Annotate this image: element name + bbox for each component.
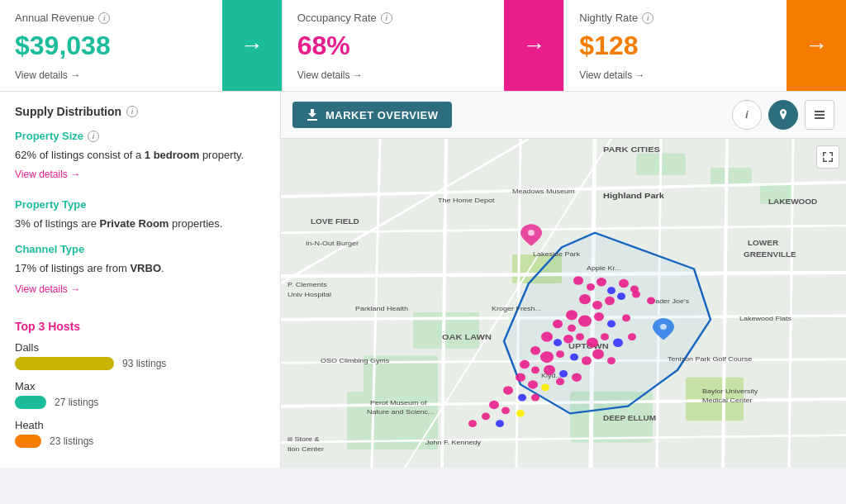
svg-point-112: [528, 230, 535, 235]
map-info-button[interactable]: i: [732, 100, 762, 130]
nightly-rate-label: Nightly Rate: [579, 12, 638, 24]
svg-text:GREENVILLE: GREENVILLE: [744, 250, 796, 258]
property-size-view-link[interactable]: View details →: [15, 169, 80, 180]
svg-point-111: [468, 420, 477, 427]
host-bar-max: [15, 396, 46, 409]
annual-revenue-title: Annual Revenue i: [15, 12, 207, 24]
occupancy-rate-arrow-btn[interactable]: →: [504, 0, 563, 91]
svg-text:DEEP ELLUM: DEEP ELLUM: [603, 414, 656, 422]
svg-text:Perot Museum of: Perot Museum of: [370, 398, 427, 406]
download-icon: [306, 108, 319, 121]
map-pin-view-button[interactable]: [768, 100, 798, 130]
annual-revenue-content: Annual Revenue i $39,038 View details →: [0, 0, 222, 91]
annual-revenue-label: Annual Revenue: [15, 12, 94, 24]
svg-point-96: [544, 365, 555, 375]
map-svg: PARK CITIES Meadows Museum LOVE FIELD Th…: [281, 139, 846, 468]
map-container[interactable]: PARK CITIES Meadows Museum LOVE FIELD Th…: [281, 139, 846, 468]
svg-text:Parkland Health: Parkland Health: [355, 305, 408, 312]
occupancy-rate-view-link[interactable]: View details →: [297, 69, 490, 81]
svg-text:Highland Park: Highland Park: [603, 191, 664, 199]
property-type-section: Property Type 3% of listings are Private…: [15, 198, 265, 232]
occupancy-rate-info-icon[interactable]: i: [381, 12, 392, 24]
svg-point-85: [613, 338, 623, 346]
property-size-text: 62% of listings consist of a 1 bedroom p…: [15, 147, 265, 164]
svg-point-105: [531, 394, 539, 402]
svg-text:Lakeside Park: Lakeside Park: [533, 250, 581, 257]
svg-point-72: [566, 310, 577, 320]
property-type-label: Property Type: [15, 198, 265, 211]
svg-point-82: [576, 333, 584, 340]
property-size-section: Property Size i 62% of listings consist …: [15, 130, 265, 195]
svg-point-76: [594, 312, 604, 321]
svg-text:P. Clements: P. Clements: [288, 281, 327, 288]
channel-type-section: Channel Type 17% of listings are from VR…: [15, 243, 265, 310]
map-toolbar: MARKET OVERVIEW i: [281, 92, 846, 139]
expand-icon: [822, 151, 834, 163]
svg-rect-1: [815, 114, 825, 116]
supply-distribution-info-icon[interactable]: i: [126, 106, 138, 117]
svg-text:ill Store &: ill Store &: [288, 435, 320, 442]
host-listings-dalls: 93 listings: [122, 358, 166, 369]
svg-point-78: [622, 315, 630, 322]
occupancy-rate-card: Occupancy Rate i 68% View details → →: [283, 0, 565, 91]
occupancy-rate-content: Occupancy Rate i 68% View details →: [283, 0, 505, 91]
svg-point-74: [568, 325, 576, 332]
nightly-rate-arrow-btn[interactable]: →: [787, 0, 846, 91]
nightly-rate-info-icon[interactable]: i: [642, 12, 654, 24]
property-type-text: 3% of listings are Private Room properti…: [15, 216, 265, 232]
svg-text:OSO Climbing Gyms: OSO Climbing Gyms: [321, 357, 389, 364]
svg-text:Baylor University: Baylor University: [702, 387, 758, 394]
svg-point-106: [489, 401, 499, 409]
host-name-dalls: Dalls: [15, 341, 265, 354]
svg-point-71: [647, 297, 655, 305]
host-name-max: Max: [15, 380, 265, 392]
host-listings-max: 27 listings: [55, 397, 98, 408]
svg-point-64: [619, 279, 629, 288]
nightly-rate-title: Nightly Rate i: [579, 12, 772, 24]
left-panel: Supply Distribution i Property Size i 62…: [0, 92, 281, 468]
svg-point-69: [617, 292, 625, 300]
svg-point-68: [605, 297, 615, 305]
map-pin-icon: [777, 109, 789, 121]
property-size-info-icon[interactable]: i: [88, 131, 99, 142]
svg-point-103: [503, 386, 513, 394]
svg-text:John F. Kennedy: John F. Kennedy: [425, 439, 482, 446]
svg-text:OAK LAWN: OAK LAWN: [442, 333, 492, 341]
supply-distribution-title: Supply Distribution i: [15, 105, 265, 118]
svg-point-86: [628, 333, 636, 340]
map-expand-button[interactable]: [816, 145, 839, 169]
svg-point-67: [592, 301, 602, 309]
annual-revenue-view-link[interactable]: View details →: [15, 69, 207, 81]
svg-point-104: [518, 394, 526, 402]
svg-text:LAKEWOOD: LAKEWOOD: [768, 197, 818, 205]
svg-text:LOVE FIELD: LOVE FIELD: [311, 217, 359, 226]
annual-revenue-arrow-btn[interactable]: →: [222, 0, 282, 91]
svg-point-107: [501, 407, 510, 415]
annual-revenue-value: $39,038: [15, 31, 207, 61]
nightly-rate-view-link[interactable]: View details →: [579, 69, 772, 81]
occupancy-rate-label: Occupancy Rate: [297, 12, 377, 24]
svg-point-60: [573, 276, 583, 284]
svg-point-73: [553, 320, 563, 328]
channel-type-view-link[interactable]: View details →: [15, 283, 80, 295]
market-overview-button[interactable]: MARKET OVERVIEW: [292, 102, 452, 128]
nightly-rate-value: $128: [579, 31, 772, 61]
map-background: PARK CITIES Meadows Museum LOVE FIELD Th…: [281, 139, 846, 468]
svg-point-100: [528, 380, 538, 388]
svg-point-87: [530, 346, 540, 354]
list-icon: [814, 109, 825, 121]
svg-point-101: [541, 384, 549, 392]
main-area: Supply Distribution i Property Size i 62…: [0, 92, 846, 468]
svg-point-62: [596, 278, 606, 286]
annual-revenue-info-icon[interactable]: i: [98, 12, 110, 24]
svg-point-92: [592, 349, 604, 359]
svg-point-110: [496, 420, 504, 427]
svg-text:tion Center: tion Center: [288, 445, 324, 452]
svg-point-93: [607, 357, 615, 364]
host-name-heath: Heath: [15, 419, 265, 431]
svg-point-81: [563, 335, 573, 343]
svg-text:Medical Center: Medical Center: [702, 397, 753, 404]
svg-rect-0: [815, 111, 825, 112]
svg-point-63: [607, 287, 615, 294]
map-list-view-button[interactable]: [805, 100, 834, 130]
